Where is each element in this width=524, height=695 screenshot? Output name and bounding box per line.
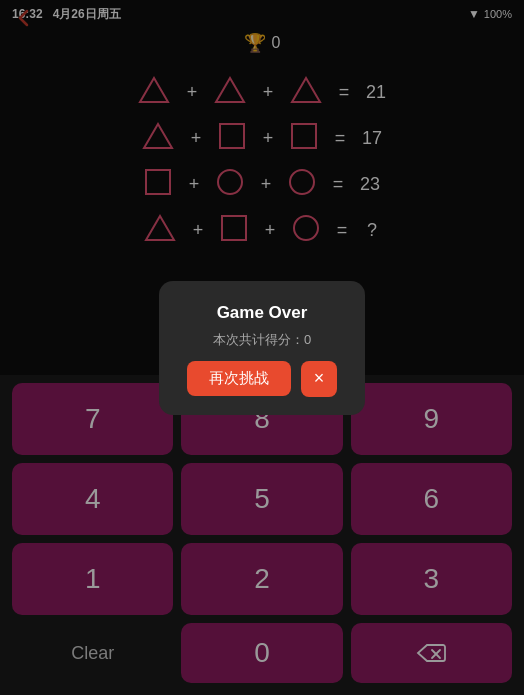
modal-overlay: Game Over 本次共计得分：0 再次挑战 × [0,0,524,695]
modal-title: Game Over [217,303,308,323]
game-over-modal: Game Over 本次共计得分：0 再次挑战 × [159,281,365,415]
modal-buttons: 再次挑战 × [187,361,337,397]
retry-button[interactable]: 再次挑战 [187,361,291,396]
close-modal-button[interactable]: × [301,361,337,397]
modal-score: 本次共计得分：0 [213,331,311,349]
